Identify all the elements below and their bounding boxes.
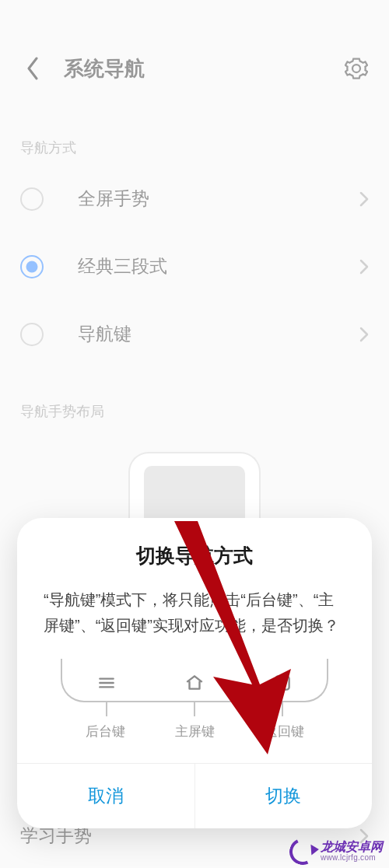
watermark-text: 龙城安卓网 www.lcjrfg.com (321, 841, 383, 862)
dialog-message: “导航键”模式下，将只能点击“后台键”、“主屏键”、“返回键”实现对应功能，是否… (44, 587, 345, 639)
watermark-url: www.lcjrfg.com (321, 854, 383, 863)
svg-rect-0 (275, 676, 289, 689)
back-square-icon (272, 673, 293, 693)
menu-icon (96, 673, 117, 693)
tick (194, 702, 195, 716)
nav-key-label: 后台键 (70, 723, 140, 740)
cancel-button[interactable]: 取消 (17, 764, 194, 828)
watermark: 龙城安卓网 www.lcjrfg.com (283, 835, 389, 868)
watermark-name: 龙城安卓网 (321, 841, 383, 854)
nav-key-label: 返回键 (249, 723, 319, 740)
dialog-title: 切换导航方式 (44, 543, 345, 569)
switch-nav-dialog: 切换导航方式 “导航键”模式下，将只能点击“后台键”、“主屏键”、“返回键”实现… (17, 518, 372, 828)
dialog-actions: 取消 切换 (17, 763, 372, 828)
watermark-logo-icon (286, 835, 320, 868)
screen: 系统导航 导航方式 全屏手势 经典三段式 导航键 导航手势布局 学习手势 切换导… (0, 0, 389, 868)
nav-key-label: 主屏键 (159, 723, 230, 740)
tick (106, 702, 107, 716)
tick (282, 702, 283, 716)
nav-keys-diagram: 后台键 主屏键 返回键 (44, 659, 345, 752)
confirm-button[interactable]: 切换 (194, 764, 373, 828)
home-icon (184, 673, 205, 693)
